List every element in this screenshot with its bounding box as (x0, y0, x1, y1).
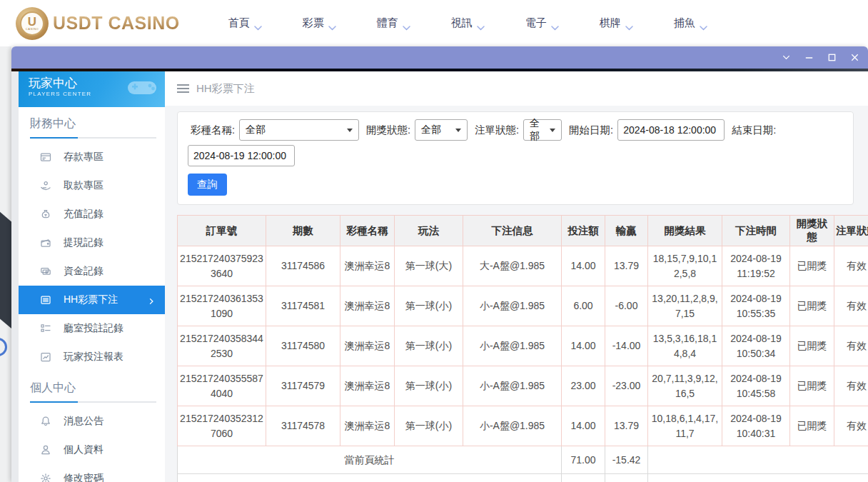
nav-item[interactable]: 視訊 (451, 16, 485, 30)
end-date-input[interactable] (188, 145, 295, 166)
nav-item[interactable]: 電子 (525, 16, 559, 30)
column-header: 輸贏 (605, 216, 648, 246)
breadcrumb: HH彩票下注 (165, 71, 868, 106)
nav-item[interactable]: 捕魚 (674, 16, 707, 30)
table-cell: 31174586 (266, 246, 340, 286)
withdraw-hand-icon (40, 180, 51, 191)
chevron-down-icon (347, 129, 353, 132)
maximize-icon[interactable] (826, 51, 838, 64)
minimize-icon[interactable] (803, 51, 815, 64)
table-cell: 已開獎 (790, 406, 834, 446)
nav-item-label: 棋牌 (600, 16, 621, 30)
hamburger-menu-icon[interactable] (177, 84, 189, 93)
brand-wordmark: USDT CASINO (53, 13, 180, 34)
table-cell: 2024-08-19 10:55:35 (722, 286, 790, 326)
section-divider (30, 401, 156, 403)
summary-empty (648, 446, 868, 474)
table-cell: -14.00 (605, 326, 648, 366)
column-header: 開獎狀態 (790, 216, 834, 246)
chevron-down-icon (403, 21, 410, 26)
sidebar-item[interactable]: 廳室投註記錄 (19, 314, 165, 343)
table-cell: 澳洲幸运8 (340, 246, 395, 286)
table-cell: 小-A盤@1.985 (463, 406, 562, 446)
sidebar-item[interactable]: 玩家投注報表 (19, 343, 165, 371)
table-cell: 10,18,6,1,4,17,11,7 (648, 406, 722, 446)
sidebar-sections: 財務中心存款專區取款專區充值記錄提現記錄資金記錄HH彩票下注廳室投註記錄玩家投注… (19, 107, 165, 482)
nav-item[interactable]: 彩票 (303, 16, 336, 30)
end-date-label: 結束日期: (732, 124, 776, 137)
page-title: HH彩票下注 (196, 82, 255, 96)
table-cell: 小-A盤@1.985 (463, 366, 562, 406)
table-cell: 2024-08-19 10:45:58 (722, 366, 790, 406)
table-cell: 13,5,3,16,18,14,8,4 (648, 326, 722, 366)
table-cell: 小-A盤@1.985 (463, 286, 562, 326)
nav-item[interactable]: 首頁 (228, 16, 262, 30)
table-cell: 已開獎 (790, 326, 834, 366)
brand-logo[interactable]: U CASINO USDT CASINO (16, 7, 180, 40)
column-header: 玩法 (395, 216, 463, 246)
report-icon (40, 351, 51, 363)
table-cell: 2152172403583442530 (178, 326, 266, 366)
sidebar-item[interactable]: 消息公告 (19, 407, 165, 436)
sidebar-item-label: 玩家投注報表 (64, 351, 123, 363)
chevron-down-icon (625, 21, 633, 26)
page: U CASINO USDT CASINO 首頁彩票體育視訊電子棋牌捕魚 (0, 0, 868, 482)
sidebar-item[interactable]: 取款專區 (19, 171, 165, 200)
room-records-icon (40, 323, 51, 334)
table-cell: 有效 (834, 406, 868, 446)
sidebar-item[interactable]: HH彩票下注 (19, 286, 165, 314)
coin-logo-icon: U CASINO (16, 7, 49, 40)
order-status-select[interactable]: 全部 (523, 119, 562, 141)
table-cell: 已開獎 (790, 286, 834, 326)
nav-item[interactable]: 棋牌 (600, 16, 633, 30)
lottery-name-select[interactable]: 全部 (239, 119, 359, 141)
nav-item-label: 電子 (525, 16, 547, 30)
table-cell: -6.00 (605, 286, 648, 326)
window-chevron-down-icon[interactable] (780, 51, 792, 64)
table-row: 215217240352312706031174578澳洲幸运8第一球(小)小-… (178, 406, 868, 446)
table-cell: 20,7,11,3,9,12,16,5 (648, 366, 722, 406)
summary-winloss-total: -15.42 (605, 474, 648, 482)
table-cell: 有效 (834, 366, 868, 406)
logo-letter: U (28, 16, 36, 27)
table-cell: 澳洲幸运8 (340, 406, 395, 446)
bets-table: 訂單號期數彩種名稱玩法下注信息投注額輸贏開獎結果下注時間開獎狀態注單狀態 215… (177, 215, 868, 482)
table-cell: -23.00 (605, 366, 648, 406)
lottery-name-label: 彩種名稱: (191, 124, 235, 137)
chevron-right-icon (147, 296, 156, 304)
table-row: 215217240358344253031174580澳洲幸运8第一球(小)小-… (178, 326, 868, 366)
wallet-icon (40, 237, 51, 248)
table-cell: 2024-08-19 10:40:31 (722, 406, 790, 446)
start-date-input[interactable] (617, 119, 725, 141)
main-content: HH彩票下注 彩種名稱: 全部 開獎狀態: 全部 (165, 71, 868, 482)
nav-item[interactable]: 體育 (377, 16, 410, 30)
search-button[interactable]: 查詢 (188, 174, 227, 196)
column-header: 下注信息 (463, 216, 562, 246)
table-cell: 31174580 (266, 326, 340, 366)
background-page-strip (0, 46, 11, 482)
sidebar-item[interactable]: 提現記錄 (19, 229, 165, 257)
sidebar-item[interactable]: 個人資料 (19, 436, 165, 464)
column-header: 注單狀態 (834, 216, 868, 246)
column-header: 訂單號 (178, 216, 266, 246)
table-cell: 第一球(小) (395, 326, 463, 366)
table-row: 215217240355587404031174579澳洲幸运8第一球(小)小-… (178, 366, 868, 406)
table-cell: 31174578 (266, 406, 340, 446)
summary-bet-total: 71.00 (562, 474, 605, 482)
draw-status-select[interactable]: 全部 (415, 119, 468, 141)
sidebar-item[interactable]: 資金記錄 (19, 257, 165, 286)
person-icon (40, 444, 51, 456)
table-cell: 13.79 (605, 406, 648, 446)
sidebar-item[interactable]: 存款專區 (19, 143, 165, 171)
gear-icon (40, 473, 51, 482)
sidebar-item[interactable]: 修改密碼 (19, 464, 165, 482)
nav-item-label: 彩票 (303, 16, 324, 30)
sidebar-item-label: HH彩票下注 (64, 293, 118, 306)
window-titlebar (11, 46, 868, 69)
deposit-card-icon (40, 151, 51, 163)
sidebar-item[interactable]: 充值記錄 (19, 200, 165, 229)
chevron-down-icon (328, 21, 336, 26)
gamepad-icon (126, 77, 158, 99)
close-icon[interactable] (849, 51, 861, 64)
chevron-down-icon (455, 129, 461, 132)
